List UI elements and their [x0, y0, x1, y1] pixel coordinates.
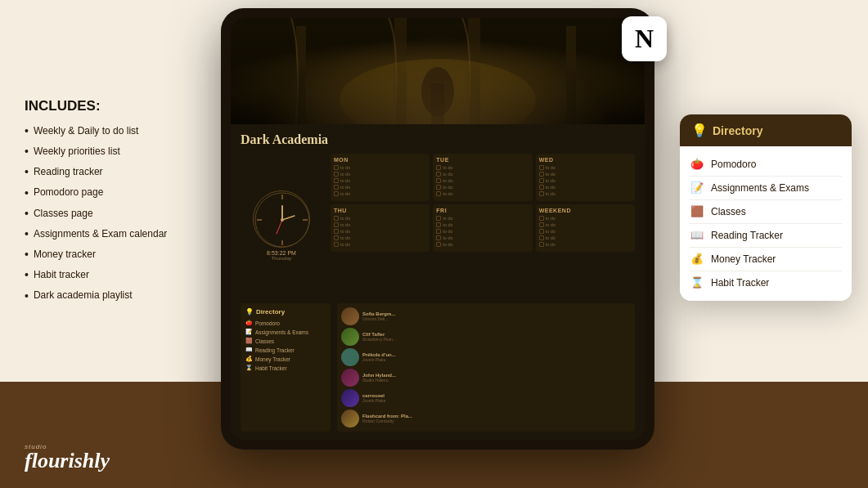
- todo-item: to do: [539, 191, 632, 196]
- todo-item: to do: [436, 191, 528, 196]
- todo-item: to do: [334, 191, 426, 196]
- todo-item: to do: [539, 165, 632, 170]
- day-wed: WED to do to do to do to do to do: [536, 154, 635, 201]
- contact-row: carrousel Joveln Plaka: [341, 389, 631, 407]
- panel-classes-icon: 🟫: [690, 205, 704, 218]
- tablet-page-title: Dark Academia: [241, 132, 635, 147]
- habit-icon: ⌛: [245, 365, 253, 371]
- hero-area: [231, 18, 645, 124]
- panel-pomodoro-icon: 🍅: [690, 158, 704, 171]
- panel-item-money: 💰 Money Tracker: [690, 248, 842, 271]
- panel-habit-label: Habit Tracker: [711, 277, 769, 289]
- todo-item: to do: [436, 185, 528, 190]
- todo-item: to do: [539, 235, 632, 240]
- list-item: Classes page: [25, 204, 167, 224]
- main-grid: 8:53:22 PM Thursday MON to do to do to d…: [241, 154, 635, 297]
- panel-item-classes: 🟫 Classes: [690, 200, 842, 224]
- contact-row: Flashcard from: Pla... Robert Combality: [341, 410, 631, 428]
- pomodoro-icon: 🍅: [245, 320, 253, 326]
- dir-classes: 🟫 Classes: [245, 338, 326, 344]
- panel-items: 🍅 Pomodoro 📝 Assignments & Exams 🟫 Class…: [680, 146, 852, 301]
- dir-habit: ⌛ Habit Tracker: [245, 365, 326, 371]
- bottom-row: 💡 Directory 🍅 Pomodoro 📝 Assignments & E…: [241, 303, 635, 432]
- todo-item: to do: [539, 242, 632, 247]
- dir-assignments: 📝 Assignments & Exams: [245, 329, 326, 335]
- todo-item: to do: [436, 235, 528, 240]
- tablet-frame: Dark Academia: [221, 8, 654, 450]
- panel-item-pomodoro: 🍅 Pomodoro: [690, 153, 842, 177]
- day-weekend: WEEKEND to do to do to do to do to do: [536, 204, 635, 252]
- tablet-screen: Dark Academia: [231, 18, 645, 440]
- todo-item: to do: [334, 242, 426, 247]
- panel-item-habit: ⌛ Habit Tracker: [690, 271, 842, 294]
- panel-reading-label: Reading Tracker: [711, 230, 783, 241]
- hero-overlay: [231, 18, 645, 124]
- list-item: Reading tracker: [25, 162, 167, 182]
- panel-item-assignments: 📝 Assignments & Exams: [690, 177, 842, 200]
- list-item: Pomodoro page: [25, 183, 167, 204]
- dir-money: 💰 Money Tracker: [245, 356, 326, 362]
- contact-row: Sofia Bergm... Unicorn Deli...: [341, 307, 631, 325]
- panel-habit-icon: ⌛: [690, 276, 704, 289]
- panel-assignments-icon: 📝: [690, 181, 704, 195]
- todo-item: to do: [436, 178, 528, 183]
- panel-pomodoro-label: Pomodoro: [711, 159, 756, 170]
- todo-item: to do: [436, 216, 528, 221]
- panel-reading-icon: 📖: [690, 229, 704, 242]
- todo-item: to do: [436, 242, 528, 247]
- panel-header-icon: 💡: [691, 123, 708, 138]
- todo-item: to do: [334, 235, 426, 240]
- classes-icon: 🟫: [245, 338, 253, 344]
- day-tue: TUE to do to do to do to do to do: [433, 154, 532, 201]
- dir-pomodoro: 🍅 Pomodoro: [245, 320, 326, 326]
- left-panel: INCLUDES: Weekly & Daily to do list Week…: [25, 98, 167, 307]
- contact-row: Clif Tafler Strawberry Plum...: [341, 328, 631, 346]
- todo-item: to do: [334, 172, 426, 177]
- list-item: Assignments & Exam calendar: [25, 224, 167, 244]
- tablet-directory: 💡 Directory 🍅 Pomodoro 📝 Assignments & E…: [241, 303, 331, 432]
- panel-money-icon: 💰: [690, 253, 704, 266]
- todo-item: to do: [334, 229, 426, 234]
- contact-row: Prékola d'un... Joveln Plaka: [341, 348, 631, 366]
- day-fri: FRI to do to do to do to do to do: [433, 204, 532, 252]
- clock-day: Thursday: [271, 256, 291, 261]
- todo-item: to do: [334, 165, 426, 170]
- assignments-icon: 📝: [245, 329, 253, 335]
- week-bottom-row: THU to do to do to do to do to do FRI to…: [331, 204, 635, 252]
- day-mon: MON to do to do to do to do to do: [331, 154, 430, 201]
- panel-header: 💡 Directory: [680, 114, 852, 146]
- tablet-content: Dark Academia: [231, 124, 645, 440]
- list-item: Dark academia playlist: [25, 286, 167, 307]
- tablet-container: Dark Academia: [221, 8, 654, 450]
- panel-header-title: Directory: [713, 124, 762, 137]
- contact-row: John Hyland... Studio Halenu: [341, 369, 631, 387]
- money-icon: 💰: [245, 356, 253, 362]
- logo-brand: flourishly: [25, 450, 110, 472]
- includes-heading: INCLUDES:: [25, 98, 167, 114]
- week-top-row: MON to do to do to do to do to do TUE to…: [331, 154, 635, 201]
- todo-item: to do: [436, 229, 528, 234]
- panel-assignments-label: Assignments & Exams: [711, 182, 809, 194]
- includes-list: Weekly & Daily to do list Weekly priorit…: [25, 121, 167, 307]
- todo-item: to do: [334, 216, 426, 221]
- directory-icon: 💡: [245, 308, 254, 316]
- dir-reading: 📖 Reading Tracker: [245, 347, 326, 353]
- list-item: Weekly & Daily to do list: [25, 121, 167, 141]
- list-item: Habit tracker: [25, 265, 167, 285]
- logo: studio flourishly: [25, 443, 110, 472]
- panel-money-label: Money Tracker: [711, 253, 776, 265]
- day-thu: THU to do to do to do to do to do: [331, 204, 430, 252]
- list-item: Money tracker: [25, 244, 167, 265]
- todo-item: to do: [539, 216, 632, 221]
- todo-item: to do: [334, 222, 426, 227]
- todo-item: to do: [436, 165, 528, 170]
- todo-item: to do: [539, 178, 632, 183]
- directory-title: 💡 Directory: [245, 308, 326, 316]
- contacts-area: Sofia Bergm... Unicorn Deli... Clif Tafl…: [337, 303, 635, 432]
- todo-item: to do: [539, 185, 632, 190]
- secondary-panel: 💡 Directory 🍅 Pomodoro 📝 Assignments & E…: [680, 114, 852, 301]
- svg-point-17: [281, 218, 284, 222]
- notion-badge: N: [622, 16, 667, 61]
- todo-item: to do: [436, 222, 528, 227]
- panel-item-reading: 📖 Reading Tracker: [690, 224, 842, 248]
